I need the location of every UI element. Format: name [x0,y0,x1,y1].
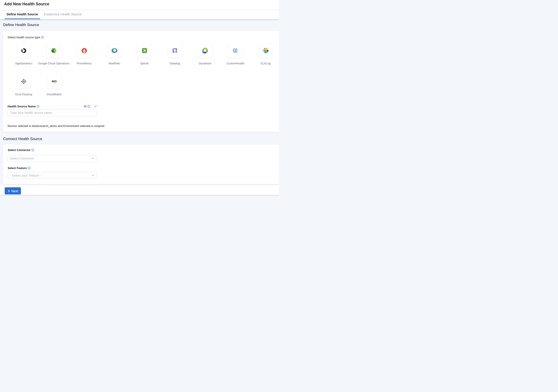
svg-text:aws: aws [52,79,57,82]
